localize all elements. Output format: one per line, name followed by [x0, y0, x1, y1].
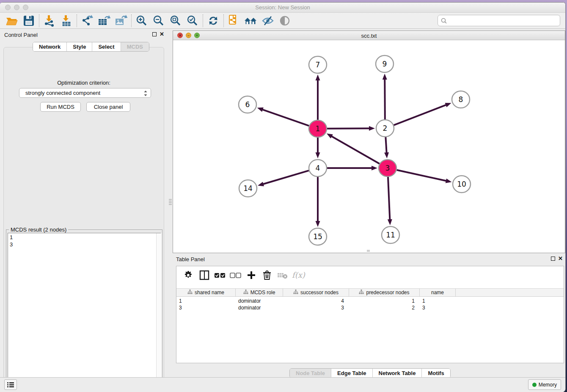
- column-header-shared-name[interactable]: shared name: [176, 289, 236, 296]
- search-input[interactable]: [447, 17, 560, 24]
- hide-selected-icon[interactable]: [259, 14, 276, 28]
- result-scrollbar[interactable]: [156, 233, 162, 387]
- memory-button[interactable]: Memory: [528, 379, 561, 390]
- show-all-icon[interactable]: [276, 14, 293, 28]
- table-cell[interactable]: 3: [176, 304, 236, 311]
- refresh-icon[interactable]: [205, 14, 222, 28]
- edge-arrowhead: [445, 103, 451, 107]
- tab-motifs[interactable]: Motifs: [422, 369, 450, 378]
- mcds-result-title: MCDS result (2 nodes): [9, 226, 68, 233]
- mcds-result-text[interactable]: 1 3: [8, 233, 161, 387]
- import-network-icon[interactable]: [41, 14, 58, 28]
- column-header-MCDS-role[interactable]: MCDS role: [236, 289, 283, 296]
- chevron-up-down-icon: [143, 90, 148, 97]
- save-session-icon[interactable]: [20, 14, 37, 28]
- deselect-all-rows-icon[interactable]: [228, 268, 243, 282]
- edge-3-1[interactable]: [331, 136, 379, 164]
- tab-select[interactable]: Select: [92, 42, 121, 51]
- network-graph[interactable]: 1234678910111415: [173, 40, 565, 253]
- tab-style[interactable]: Style: [67, 42, 92, 51]
- edge-arrowhead: [388, 219, 392, 225]
- table-panel-title: Table Panel: [176, 256, 205, 262]
- float-panel-icon[interactable]: [152, 32, 157, 36]
- zoom-fit-icon[interactable]: [167, 14, 184, 28]
- first-neighbors-icon[interactable]: [226, 14, 242, 28]
- home-network-icon[interactable]: [242, 14, 259, 28]
- node-label-11: 11: [386, 231, 395, 239]
- export-network-icon[interactable]: [79, 14, 96, 28]
- edge-arrowhead: [327, 133, 333, 138]
- toolbar-separator: [77, 14, 77, 27]
- zoom-out-icon[interactable]: [150, 14, 167, 28]
- float-table-panel-icon[interactable]: [551, 257, 555, 261]
- edge-3-11[interactable]: [388, 177, 390, 220]
- title-bar[interactable]: Session: New Session: [0, 3, 565, 13]
- table-cell[interactable]: 3: [283, 304, 349, 311]
- delete-column-icon[interactable]: [259, 268, 275, 282]
- edge-1-6[interactable]: [262, 109, 309, 126]
- task-history-button[interactable]: [4, 379, 17, 390]
- toolbar-separator: [223, 14, 224, 27]
- table-row[interactable]: 1dominator411: [176, 298, 564, 304]
- table-cell[interactable]: dominator: [236, 298, 283, 304]
- node-label-9: 9: [383, 60, 387, 68]
- node-label-1: 1: [316, 124, 320, 133]
- edge-2-3[interactable]: [385, 137, 386, 153]
- table-row[interactable]: 3dominator323: [176, 304, 564, 311]
- close-panel-icon[interactable]: ✕: [160, 31, 164, 37]
- column-header-label: shared name: [195, 290, 224, 295]
- table-cell[interactable]: 1: [349, 298, 420, 304]
- zoom-selected-icon[interactable]: [184, 14, 201, 28]
- column-header-successor-nodes[interactable]: successor nodes: [283, 289, 349, 296]
- edge-2-9[interactable]: [385, 79, 385, 119]
- search-box[interactable]: [438, 15, 560, 26]
- table-panel: Table Panel ✕ f(x) shared nameMCDS roles…: [171, 253, 566, 380]
- tab-network[interactable]: Network: [33, 42, 67, 51]
- memory-label: Memory: [539, 382, 557, 388]
- edge-arrowhead: [383, 74, 387, 80]
- criterion-dropdown[interactable]: strongly connected component: [19, 88, 151, 98]
- open-file-icon[interactable]: [3, 14, 20, 28]
- control-panel-tabs: NetworkStyleSelectMCDS: [33, 42, 149, 52]
- edge-4-14[interactable]: [263, 171, 309, 184]
- column-selector-icon[interactable]: [196, 268, 212, 282]
- export-table-icon[interactable]: [96, 14, 113, 28]
- add-column-icon[interactable]: [243, 268, 259, 282]
- close-table-panel-icon[interactable]: ✕: [558, 255, 563, 262]
- table-cell[interactable]: 2: [349, 304, 420, 311]
- zoom-in-icon[interactable]: [133, 14, 150, 28]
- edge-3-10[interactable]: [396, 170, 446, 181]
- column-header-name[interactable]: name: [420, 289, 456, 296]
- edge-1-2[interactable]: [327, 128, 370, 129]
- tab-network-table[interactable]: Network Table: [373, 369, 422, 378]
- select-all-rows-icon[interactable]: [212, 268, 228, 282]
- column-header-label: predecessor nodes: [366, 290, 409, 295]
- table-tabs: Node TableEdge TableNetwork TableMotifs: [289, 368, 451, 378]
- criterion-dropdown-value: strongly connected component: [25, 90, 100, 96]
- mcds-result-group: MCDS result (2 nodes) 1 3: [6, 229, 162, 389]
- table-settings-icon[interactable]: [181, 268, 196, 282]
- edge-arrowhead: [258, 182, 264, 186]
- table-cell[interactable]: 1: [420, 298, 456, 304]
- tab-mcds[interactable]: MCDS: [121, 42, 149, 51]
- network-window-titlebar[interactable]: ✕ − + scc.txt: [173, 31, 565, 40]
- table-cell[interactable]: dominator: [236, 304, 283, 311]
- table-cell[interactable]: 4: [283, 298, 349, 304]
- mcds-panel: Optimization criterion: strongly connect…: [3, 47, 164, 380]
- run-mcds-button[interactable]: Run MCDS: [40, 102, 81, 112]
- column-header-predecessor-nodes[interactable]: predecessor nodes: [349, 289, 420, 296]
- export-image-icon[interactable]: [113, 14, 129, 28]
- panel-splitter[interactable]: [169, 199, 172, 206]
- tab-edge-table[interactable]: Edge Table: [331, 369, 372, 378]
- close-panel-button[interactable]: Close panel: [86, 102, 130, 112]
- network-resize-grip[interactable]: [367, 250, 370, 252]
- task-list-icon: [7, 382, 14, 388]
- node-label-4: 4: [316, 164, 320, 172]
- edge-2-8[interactable]: [394, 105, 447, 125]
- edge-arrowhead: [316, 221, 320, 227]
- table-cell[interactable]: 3: [420, 304, 456, 311]
- tab-node-table[interactable]: Node Table: [290, 369, 331, 378]
- table-cell[interactable]: 1: [176, 298, 236, 304]
- import-table-icon[interactable]: [58, 14, 75, 28]
- table-header-row: shared nameMCDS rolesuccessor nodesprede…: [176, 288, 564, 297]
